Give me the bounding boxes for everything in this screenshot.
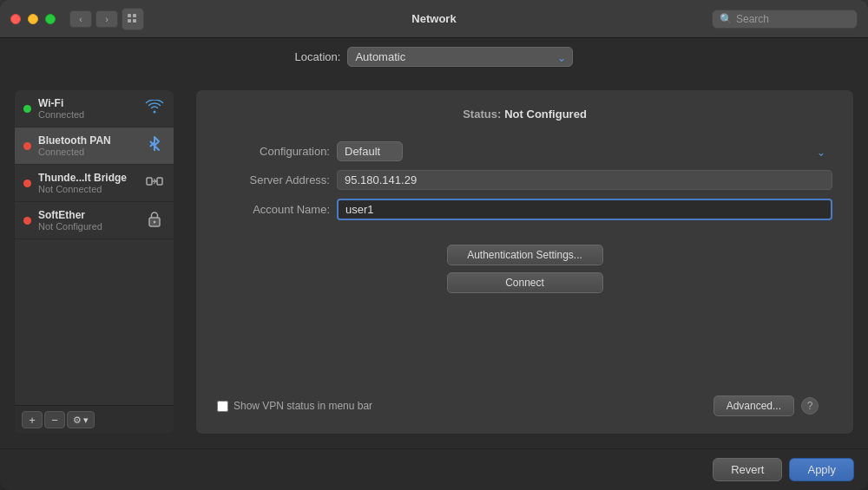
show-vpn-row: Show VPN status in menu bar — [217, 400, 707, 412]
network-info-softether: SoftEther Not Configured — [38, 209, 137, 232]
remove-network-button[interactable]: − — [44, 411, 65, 428]
window-title: Network — [411, 12, 456, 25]
search-input[interactable] — [736, 13, 850, 25]
bluetooth-icon — [144, 135, 165, 156]
show-vpn-checkbox[interactable] — [217, 401, 228, 412]
traffic-lights — [10, 14, 56, 24]
configuration-select-wrapper[interactable]: Default — [337, 141, 832, 161]
status-label: Status: — [463, 108, 501, 121]
server-address-label: Server Address: — [217, 173, 330, 186]
wifi-icon — [144, 100, 165, 117]
show-vpn-label: Show VPN status in menu bar — [233, 400, 372, 412]
status-dot-softether — [23, 217, 31, 225]
buttons-row: Authentication Settings... Connect — [217, 245, 832, 293]
lock-icon — [144, 210, 165, 231]
status-dot-thunderbolt — [23, 180, 31, 187]
sidebar-list: Wi-Fi Connected — [15, 90, 174, 405]
location-bar: Location: Automatic — [0, 38, 868, 75]
network-name-softether: SoftEther — [38, 209, 137, 221]
server-address-row: Server Address: 95.180.141.29 — [217, 170, 832, 190]
nav-buttons: ‹ › — [69, 10, 118, 28]
location-label: Location: — [295, 50, 341, 63]
network-name-bluetooth: Bluetooth PAN — [38, 134, 137, 147]
connect-button[interactable]: Connect — [447, 272, 603, 293]
advanced-button[interactable]: Advanced... — [713, 395, 794, 416]
account-name-row: Account Name: — [217, 199, 832, 220]
sidebar-item-bluetooth[interactable]: Bluetooth PAN Connected — [15, 127, 174, 165]
svg-rect-0 — [128, 14, 131, 17]
network-info-thunderbolt: Thunde...lt Bridge Not Connected — [38, 172, 137, 194]
auth-settings-button[interactable]: Authentication Settings... — [447, 245, 603, 265]
gear-icon: ⚙ — [73, 415, 82, 426]
content: Wi-Fi Connected — [0, 75, 868, 448]
configuration-row: Configuration: Default — [217, 141, 832, 161]
svg-rect-1 — [133, 14, 136, 17]
forward-button[interactable]: › — [95, 10, 118, 28]
network-name-thunderbolt: Thunde...lt Bridge — [38, 172, 137, 184]
window-bottom-bar: Revert Apply — [0, 448, 868, 490]
apply-button[interactable]: Apply — [789, 458, 854, 481]
network-info-wifi: Wi-Fi Connected — [38, 97, 137, 120]
maximize-button[interactable] — [45, 14, 56, 24]
titlebar: ‹ › Network 🔍 — [0, 0, 868, 38]
network-name-wifi: Wi-Fi — [38, 97, 137, 109]
server-address-display: 95.180.141.29 — [337, 170, 832, 190]
back-button[interactable]: ‹ — [69, 10, 92, 28]
configuration-label: Configuration: — [217, 145, 330, 158]
status-dot-bluetooth — [23, 142, 31, 150]
network-status-bluetooth: Connected — [38, 147, 137, 157]
svg-rect-3 — [133, 19, 136, 23]
svg-rect-2 — [128, 19, 131, 23]
grid-button[interactable] — [122, 8, 144, 30]
sidebar-footer: + − ⚙ ▾ — [15, 405, 174, 434]
sidebar-item-thunderbolt[interactable]: Thunde...lt Bridge Not Connected — [15, 165, 174, 202]
search-icon: 🔍 — [720, 13, 733, 25]
gear-menu-button[interactable]: ⚙ ▾ — [67, 411, 95, 428]
configuration-select[interactable]: Default — [337, 141, 403, 161]
add-network-button[interactable]: + — [22, 411, 43, 428]
svg-rect-4 — [147, 178, 152, 185]
close-button[interactable] — [10, 14, 21, 24]
thunderbolt-icon — [144, 174, 165, 192]
network-status-thunderbolt: Not Connected — [38, 184, 137, 194]
network-status-softether: Not Configured — [38, 221, 137, 232]
sidebar: Wi-Fi Connected — [14, 89, 174, 434]
detail-panel: Status: Not Configured Configuration: De… — [195, 89, 854, 434]
location-select[interactable]: Automatic — [347, 47, 573, 67]
revert-button[interactable]: Revert — [713, 458, 782, 481]
status-dot-wifi — [23, 105, 31, 113]
status-value: Not Configured — [504, 108, 587, 121]
minimize-button[interactable] — [28, 14, 38, 24]
sidebar-item-softether[interactable]: SoftEther Not Configured — [15, 202, 174, 239]
detail-bottom-bar: Show VPN status in menu bar Advanced... … — [217, 387, 832, 416]
gear-chevron-icon: ▾ — [83, 415, 89, 426]
status-row: Status: Not Configured — [217, 108, 832, 121]
network-info-bluetooth: Bluetooth PAN Connected — [38, 134, 137, 157]
svg-point-7 — [154, 221, 156, 224]
account-name-input[interactable] — [337, 199, 832, 220]
form-rows: Configuration: Default Server Address: 9… — [217, 141, 832, 220]
svg-rect-5 — [157, 178, 162, 185]
help-button[interactable]: ? — [801, 397, 819, 415]
location-select-wrapper[interactable]: Automatic — [347, 47, 573, 67]
sidebar-item-wifi[interactable]: Wi-Fi Connected — [15, 90, 174, 127]
search-bar[interactable]: 🔍 — [712, 10, 858, 29]
network-status-wifi: Connected — [38, 109, 137, 120]
main-window: ‹ › Network 🔍 Location: Automatic — [0, 0, 868, 490]
account-name-label: Account Name: — [217, 203, 330, 216]
